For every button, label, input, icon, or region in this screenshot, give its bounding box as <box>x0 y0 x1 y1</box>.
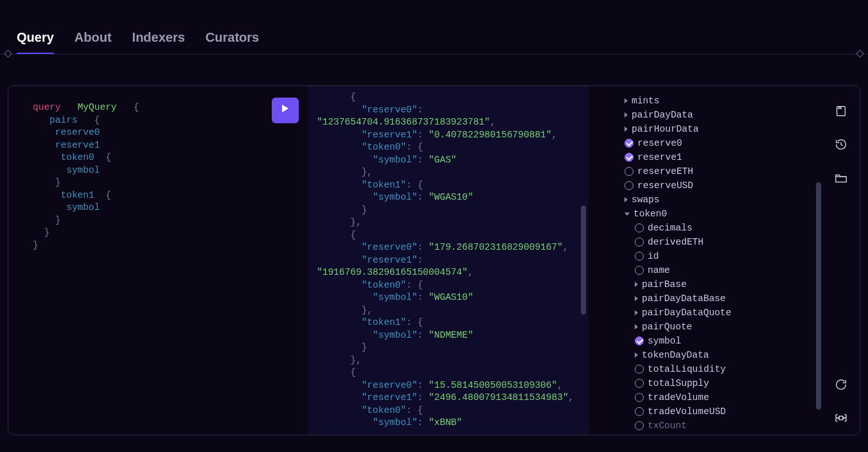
explorer-tradevolumeusd[interactable]: tradeVolumeUSD <box>624 404 825 419</box>
pair0-reserve1: 0.407822980156790881 <box>434 130 546 140</box>
pair1-reserve1: 1916769.38296165150004574 <box>323 267 463 277</box>
caret-right-icon <box>635 296 638 301</box>
query-result[interactable]: { "reserve0": "1237654704.91636873718392… <box>308 86 589 435</box>
checkbox-off-icon[interactable] <box>635 266 644 275</box>
checkbox-on-icon[interactable] <box>624 153 633 162</box>
checkbox-off-icon[interactable] <box>624 167 633 176</box>
explorer-token0[interactable]: token0 <box>624 207 825 221</box>
checkbox-off-icon[interactable] <box>635 407 644 416</box>
field-reserve1: reserve1 <box>55 140 100 150</box>
explorer-mints[interactable]: mints <box>624 94 825 108</box>
result-scrollbar[interactable] <box>581 205 586 315</box>
explorer-id[interactable]: id <box>624 249 825 263</box>
explorer-derivedeth[interactable]: derivedETH <box>624 235 825 249</box>
field-token1: token1 <box>61 190 94 200</box>
explorer-pairhourdata[interactable]: pairHourData <box>624 122 825 136</box>
checkbox-off-icon[interactable] <box>635 393 644 402</box>
field-token0: token0 <box>61 152 94 162</box>
pair1-token1-symbol: NDMEME <box>434 330 468 340</box>
checkbox-off-icon[interactable] <box>635 238 644 247</box>
keyword-query: query <box>33 102 61 112</box>
explorer-reserve0[interactable]: reserve0 <box>624 136 825 150</box>
pair0-token0-symbol: GAS <box>434 155 451 165</box>
refresh-button[interactable] <box>834 378 848 392</box>
explorer-scrollbar[interactable] <box>816 182 821 410</box>
explorer-pairquote[interactable]: pairQuote <box>624 320 825 334</box>
explorer-pairbase[interactable]: pairBase <box>624 277 825 291</box>
explorer-tradevolume[interactable]: tradeVolume <box>624 390 825 404</box>
caret-right-icon <box>635 352 638 358</box>
schema-explorer[interactable]: mints pairDayData pairHourData reserve0 … <box>589 86 860 435</box>
tab-about[interactable]: About <box>75 30 112 54</box>
shortcuts-button[interactable] <box>834 411 848 425</box>
caret-right-icon <box>624 126 628 132</box>
checkbox-off-icon[interactable] <box>635 252 644 261</box>
tab-query[interactable]: Query <box>17 30 54 54</box>
explorer-pairdaydataquote[interactable]: pairDayDataQuote <box>624 306 825 320</box>
pair0-token1-symbol: WGAS10 <box>434 192 468 202</box>
history-icon <box>834 143 848 153</box>
pair1-reserve0: 179.268702316829009167 <box>434 242 557 252</box>
explorer-swaps[interactable]: swaps <box>624 193 825 207</box>
history-button[interactable] <box>834 137 848 152</box>
operation-name: MyQuery <box>78 102 117 112</box>
field-pairs: pairs <box>49 115 78 125</box>
explorer-reserveeth[interactable]: reserveETH <box>624 164 825 178</box>
tab-bar: Query About Indexers Curators <box>0 0 868 55</box>
checkbox-on-icon[interactable] <box>635 336 644 345</box>
caret-right-icon <box>635 324 638 329</box>
refresh-icon <box>834 383 848 394</box>
caret-right-icon <box>624 112 628 117</box>
explorer-txcount[interactable]: txCount <box>624 419 825 433</box>
pair0-reserve0: 1237654704.916368737183923781 <box>323 117 484 127</box>
query-panel: query MyQuery { pairs { reserve0 reserve… <box>8 85 860 435</box>
checkbox-off-icon[interactable] <box>635 421 644 430</box>
explorer-name[interactable]: name <box>624 263 825 277</box>
play-icon <box>280 103 290 118</box>
checkbox-off-icon[interactable] <box>624 181 633 190</box>
checkbox-off-icon[interactable] <box>635 223 644 232</box>
explorer-reserve1[interactable]: reserve1 <box>624 150 825 164</box>
folder-icon <box>834 176 848 187</box>
checkbox-off-icon[interactable] <box>635 365 644 374</box>
pair2-token0-symbol: xBNB <box>434 417 457 428</box>
field-symbol-1: symbol <box>66 202 100 213</box>
field-reserve0: reserve0 <box>55 127 100 137</box>
explorer-pairdaydata[interactable]: pairDayData <box>624 108 825 122</box>
caret-right-icon <box>635 310 638 315</box>
files-button[interactable] <box>834 171 848 185</box>
caret-right-icon <box>624 197 628 202</box>
pair2-reserve1: 2496.480079134811534983 <box>434 392 563 403</box>
explorer-totalsupply[interactable]: totalSupply <box>624 376 825 390</box>
explorer-pairdaydatabase[interactable]: pairDayDataBase <box>624 291 825 306</box>
explorer-reserveusd[interactable]: reserveUSD <box>624 178 825 193</box>
field-symbol-0: symbol <box>66 165 100 175</box>
side-toolbar <box>834 104 848 425</box>
explorer-decimals[interactable]: decimals <box>624 221 825 235</box>
saved-queries-button[interactable] <box>834 104 848 118</box>
checkbox-off-icon[interactable] <box>635 379 644 388</box>
bookmark-icon <box>834 109 848 120</box>
explorer-symbol[interactable]: symbol <box>624 334 825 348</box>
command-icon <box>834 416 848 427</box>
caret-right-icon <box>624 98 628 103</box>
run-query-button[interactable] <box>272 98 299 123</box>
pair2-reserve0: 15.581450050053109306 <box>434 380 552 390</box>
checkbox-on-icon[interactable] <box>624 139 633 148</box>
tab-indexers[interactable]: Indexers <box>132 30 185 54</box>
explorer-totalliquidity[interactable]: totalLiquidity <box>624 362 825 376</box>
tab-curators[interactable]: Curators <box>206 30 259 54</box>
pair1-token0-symbol: WGAS10 <box>434 292 468 302</box>
caret-right-icon <box>635 282 638 287</box>
caret-down-icon <box>624 213 630 216</box>
query-editor[interactable]: query MyQuery { pairs { reserve0 reserve… <box>8 86 308 435</box>
explorer-tokendaydata[interactable]: tokenDayData <box>624 348 825 362</box>
